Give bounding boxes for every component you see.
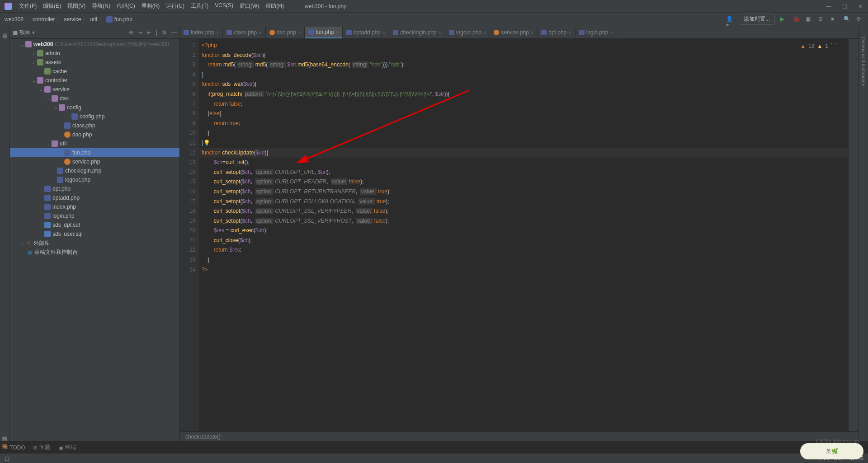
code-line[interactable]: curl_setopt($ch, option: CURLOPT_URL, $u…: [199, 168, 848, 178]
menu-item[interactable]: 编辑(E): [40, 1, 64, 11]
tree-item[interactable]: dpt.php: [10, 184, 179, 193]
deploy-tool-button[interactable]: Deploy and Instantiate: [861, 35, 866, 88]
tree-item[interactable]: dptadd.php: [10, 193, 179, 202]
close-tab-icon[interactable]: ×: [216, 30, 219, 35]
code-line[interactable]: }: [199, 70, 848, 80]
scratches[interactable]: ▤草稿文件和控制台: [10, 248, 179, 257]
close-tab-icon[interactable]: ×: [568, 30, 571, 35]
tree-item[interactable]: ›admin: [10, 49, 179, 58]
editor-tab[interactable]: logout.php×: [445, 27, 491, 38]
code-line[interactable]: return false;: [199, 99, 848, 109]
tree-item[interactable]: cache: [10, 67, 179, 76]
todo-tool[interactable]: ≡ TODO: [5, 444, 25, 451]
user-icon[interactable]: 👤▾: [726, 16, 733, 23]
menu-item[interactable]: 帮助(H): [263, 1, 287, 11]
code-line[interactable]: curl_setopt($ch, option: CURLOPT_SSL_VER…: [199, 216, 848, 226]
tree-item[interactable]: sds_user.sql: [10, 229, 179, 239]
tree-item[interactable]: ⌄config: [10, 103, 179, 112]
editor-tab[interactable]: dptadd.php×: [343, 27, 390, 38]
profile-icon[interactable]: ⊞: [818, 16, 826, 23]
code-editor[interactable]: ▲18 ▲1 ˆ ˇ <?phpfunction sds_decode($str…: [199, 39, 848, 431]
gear-icon[interactable]: ⚙: [162, 29, 167, 36]
tree-root[interactable]: ⌄web308C:\Users\86135\Desktop\web\代码审计\w…: [10, 40, 179, 49]
code-line[interactable]: function checkUpdate($url){: [199, 148, 848, 158]
menu-item[interactable]: 文件(F): [16, 1, 39, 11]
status-icon[interactable]: ▢: [5, 455, 9, 462]
code-line[interactable]: return $res;: [199, 245, 848, 255]
project-tree[interactable]: ⌄web308C:\Users\86135\Desktop\web\代码审计\w…: [10, 39, 179, 441]
external-libraries[interactable]: ›⫴外部库: [10, 239, 179, 248]
code-line[interactable]: }: [199, 128, 848, 138]
hide-icon[interactable]: —: [171, 29, 177, 36]
tree-item[interactable]: login.php: [10, 211, 179, 220]
structure-tool-button[interactable]: 结构: [1, 430, 8, 434]
menu-item[interactable]: 代码(C): [114, 1, 138, 11]
close-tab-icon[interactable]: ×: [298, 30, 301, 35]
menu-item[interactable]: 导航(N): [89, 1, 113, 11]
close-tab-icon[interactable]: ×: [259, 30, 261, 35]
debug-icon[interactable]: 🐞: [793, 16, 800, 23]
editor-tab[interactable]: service.php×: [490, 27, 538, 38]
tree-item[interactable]: ›assets: [10, 58, 179, 67]
add-config-button[interactable]: 添加配置...: [739, 14, 775, 25]
tree-item[interactable]: sds_dpt.sql: [10, 220, 179, 229]
close-tab-icon[interactable]: ×: [610, 30, 613, 35]
menu-item[interactable]: 重构(R): [139, 1, 163, 11]
close-icon[interactable]: ✕: [858, 3, 863, 9]
editor-tab[interactable]: dao.php×: [266, 27, 305, 38]
code-line[interactable]: curl_setopt($ch, option: CURLOPT_HEADER,…: [199, 177, 848, 187]
close-tab-icon[interactable]: ×: [439, 30, 441, 35]
code-line[interactable]: curl_setopt($ch, option: CURLOPT_FOLLOWL…: [199, 197, 848, 207]
code-line[interactable]: }else{: [199, 109, 848, 119]
editor-tab[interactable]: checklogin.php×: [389, 27, 445, 38]
tree-item[interactable]: dao.php: [10, 130, 179, 139]
tree-item[interactable]: logout.php: [10, 175, 179, 184]
tree-item[interactable]: ⌄service: [10, 85, 179, 94]
code-line[interactable]: function sds_decode($str){: [199, 51, 848, 61]
code-line[interactable]: <?php: [199, 41, 848, 51]
minimize-icon[interactable]: —: [826, 3, 831, 9]
search-icon[interactable]: 🔍: [844, 16, 851, 23]
tree-item[interactable]: ⌄util: [10, 139, 179, 148]
prev-icon[interactable]: ˆ: [831, 42, 833, 51]
code-line[interactable]: }: [199, 255, 848, 265]
sidebar-title[interactable]: ▦ 项目 ▾: [13, 28, 35, 36]
inspection-widget[interactable]: ▲18 ▲1 ˆ ˇ: [800, 42, 837, 51]
editor-tab[interactable]: login.php×: [576, 27, 617, 38]
maximize-icon[interactable]: ▢: [842, 3, 847, 9]
coverage-icon[interactable]: ▣: [806, 16, 813, 23]
menu-item[interactable]: 运行(U): [163, 1, 187, 11]
editor-tab[interactable]: class.php×: [223, 27, 265, 38]
breadcrumb-item[interactable]: controller: [33, 16, 55, 23]
locate-icon[interactable]: ⊕: [129, 29, 133, 36]
code-line[interactable]: }💡: [199, 138, 848, 148]
stop-icon[interactable]: ■: [831, 16, 838, 23]
collapse-icon[interactable]: ⇥: [138, 29, 142, 36]
code-line[interactable]: function sds_waf($str){: [199, 80, 848, 89]
terminal-tool[interactable]: ▣ 终端: [58, 444, 76, 451]
editor-tab[interactable]: dpt.php×: [538, 27, 575, 38]
ime-indicator[interactable]: 英 🌿: [800, 443, 863, 459]
breadcrumb-item[interactable]: web308: [5, 16, 24, 23]
problems-tool[interactable]: ⊘ 问题: [33, 444, 50, 451]
code-line[interactable]: return true;: [199, 119, 848, 129]
close-tab-icon[interactable]: ×: [483, 30, 486, 35]
editor-tab[interactable]: index.php×: [180, 27, 223, 38]
tree-item[interactable]: ⌄controller: [10, 76, 179, 85]
tree-item[interactable]: config.php: [10, 112, 179, 121]
code-line[interactable]: curl_setopt($ch, option: CURLOPT_SSL_VER…: [199, 206, 848, 216]
tree-item[interactable]: index.php: [10, 202, 179, 211]
function-breadcrumb[interactable]: checkUpdate(): [180, 431, 858, 441]
tree-item[interactable]: service.php: [10, 157, 179, 166]
code-line[interactable]: return md5( string: md5( string: $str.md…: [199, 60, 848, 70]
tree-item[interactable]: ⌄dao: [10, 94, 179, 103]
code-line[interactable]: curl_setopt($ch, option: CURLOPT_RETURNT…: [199, 187, 848, 197]
next-icon[interactable]: ˇ: [835, 42, 837, 51]
project-tool-button[interactable]: 项目: [1, 28, 8, 32]
code-line[interactable]: $res = curl_exec($ch);: [199, 226, 848, 236]
code-line[interactable]: curl_close($ch);: [199, 236, 848, 246]
favorites-tool-button[interactable]: 收藏: [1, 438, 8, 441]
close-tab-icon[interactable]: ×: [336, 29, 339, 35]
menu-item[interactable]: VCS(S): [212, 1, 236, 11]
settings-icon[interactable]: ⚙: [856, 16, 863, 23]
